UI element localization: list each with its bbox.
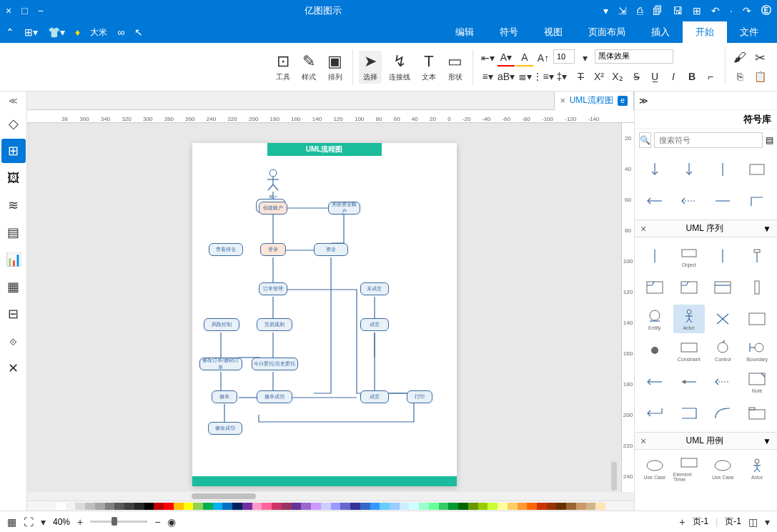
- cut-icon[interactable]: ✂: [751, 49, 768, 66]
- search-input[interactable]: [654, 132, 763, 148]
- shape-s3[interactable]: 登录: [260, 243, 286, 256]
- font-increase-icon[interactable]: A↑: [535, 49, 552, 66]
- shape-arrow-left[interactable]: [639, 187, 670, 215]
- color-swatch[interactable]: [272, 503, 282, 510]
- color-swatch[interactable]: [56, 503, 66, 510]
- shape-arrow-down2[interactable]: [673, 155, 705, 184]
- zoom-slider[interactable]: [90, 521, 147, 523]
- shape-return1[interactable]: [639, 399, 670, 428]
- shape-s11[interactable]: 今日委托/历史委托: [252, 358, 298, 370]
- shape-actor[interactable]: Actor: [673, 305, 705, 333]
- color-swatch[interactable]: [360, 503, 370, 510]
- shape-s13[interactable]: 撤单: [212, 390, 237, 403]
- shape-arrow-l3[interactable]: [708, 368, 739, 396]
- shape-bar[interactable]: [741, 273, 773, 302]
- canvas[interactable]: UML流程图: [27, 123, 621, 492]
- color-swatch[interactable]: [134, 503, 144, 510]
- close-section-icon2[interactable]: ×: [640, 435, 646, 447]
- font-size-input[interactable]: [553, 49, 575, 64]
- redo-icon[interactable]: ↷: [743, 5, 751, 16]
- shape-frame1[interactable]: [639, 273, 670, 302]
- color-swatch[interactable]: [184, 503, 194, 510]
- tab-layout[interactable]: 页面布局: [575, 21, 638, 43]
- tab-file[interactable]: 文件: [727, 21, 771, 43]
- shape-arrow-left-dash[interactable]: [673, 187, 705, 215]
- connector-icon[interactable]: ↯: [393, 52, 406, 71]
- shape-constraint[interactable]: Constraint: [673, 336, 705, 365]
- shape-arrow-l2[interactable]: [673, 368, 705, 396]
- paste-icon[interactable]: 📋: [751, 68, 768, 85]
- page[interactable]: UML流程图: [192, 143, 457, 486]
- color-swatch[interactable]: [390, 503, 400, 510]
- copy-icon[interactable]: ⎘: [731, 68, 748, 85]
- tab-start[interactable]: 开始: [683, 21, 727, 43]
- format-painter-icon[interactable]: 🖌: [731, 49, 748, 66]
- shape-arrow-l1[interactable]: [639, 368, 670, 396]
- page-indicator[interactable]: 页-1: [693, 516, 709, 528]
- print-icon[interactable]: ⎙: [637, 5, 643, 16]
- shape-destroy[interactable]: [741, 242, 773, 270]
- shape-s14[interactable]: 撤单成功: [257, 390, 292, 403]
- shape-arrow-down[interactable]: [639, 155, 670, 184]
- hscroll-thumb[interactable]: [192, 493, 256, 499]
- linespace-icon[interactable]: ‡▾: [553, 68, 570, 85]
- save-icon[interactable]: 🖫: [673, 5, 683, 16]
- color-swatch[interactable]: [458, 503, 468, 510]
- layers-icon[interactable]: ≋: [1, 193, 26, 217]
- collapse-right-icon[interactable]: ≫: [639, 96, 648, 106]
- color-swatch[interactable]: [85, 503, 95, 510]
- shape-lifeline[interactable]: [639, 242, 670, 270]
- color-swatch[interactable]: [419, 503, 429, 510]
- color-swatch[interactable]: [488, 503, 498, 510]
- shape-s7[interactable]: 未成交: [360, 282, 389, 295]
- strikethrough-icon[interactable]: T̶: [572, 68, 589, 85]
- color-swatch[interactable]: [164, 503, 174, 510]
- color-swatch[interactable]: [527, 503, 537, 510]
- apps-icon[interactable]: ⊞▾: [24, 26, 38, 38]
- color-swatch[interactable]: [321, 503, 331, 510]
- parts-icon[interactable]: ⊟: [1, 302, 26, 326]
- color-swatch[interactable]: [154, 503, 164, 510]
- color-swatch[interactable]: [518, 503, 528, 510]
- close-section-icon[interactable]: ×: [640, 223, 646, 235]
- tools-icon[interactable]: ⊡: [277, 52, 289, 71]
- align-icon[interactable]: ≡▾: [479, 68, 496, 85]
- zoom-in-icon[interactable]: +: [77, 516, 83, 528]
- shape-return2[interactable]: [673, 399, 705, 428]
- shape-usecase[interactable]: Use Case: [639, 454, 670, 483]
- comment-icon[interactable]: ⟐: [1, 329, 26, 353]
- shape-s1[interactable]: 创建账户: [259, 202, 287, 215]
- color-swatch[interactable]: [66, 503, 76, 510]
- shape-activation[interactable]: [708, 242, 739, 270]
- select-icon[interactable]: ➤: [364, 52, 377, 71]
- shape-frame3[interactable]: [708, 273, 739, 302]
- color-swatch[interactable]: [478, 503, 488, 510]
- color-swatch[interactable]: [566, 503, 576, 510]
- chart-icon[interactable]: 📊: [1, 247, 26, 272]
- shape-object[interactable]: Object: [673, 242, 705, 270]
- more-icon[interactable]: ⌐: [702, 68, 719, 85]
- color-swatch[interactable]: [124, 503, 134, 510]
- shape-line-v[interactable]: [708, 155, 739, 184]
- add-page-icon[interactable]: +: [679, 516, 685, 528]
- color-swatch[interactable]: [114, 503, 124, 510]
- shape-s9[interactable]: 风险控制: [204, 318, 239, 331]
- color-swatch[interactable]: [508, 503, 518, 510]
- color-swatch[interactable]: [232, 503, 242, 510]
- shape-curve[interactable]: [708, 399, 739, 428]
- shape-cross[interactable]: [708, 305, 739, 333]
- color-swatch[interactable]: [75, 503, 85, 510]
- chevron-up-icon[interactable]: ⌃: [6, 26, 14, 38]
- close-tab-icon[interactable]: ×: [560, 96, 565, 106]
- color-swatch[interactable]: [370, 503, 380, 510]
- color-swatch[interactable]: [409, 503, 419, 510]
- shape-s15[interactable]: 成交: [360, 390, 389, 403]
- font-color-icon[interactable]: A▾: [498, 49, 515, 66]
- cursor-icon[interactable]: ↖: [134, 26, 143, 38]
- shuffle-icon[interactable]: ✕: [1, 356, 26, 380]
- subscript-icon[interactable]: X₂: [609, 68, 626, 85]
- italic-icon[interactable]: I: [665, 68, 682, 85]
- color-swatch[interactable]: [144, 503, 154, 510]
- vscroll-thumb[interactable]: [611, 462, 617, 491]
- color-swatch[interactable]: [174, 503, 184, 510]
